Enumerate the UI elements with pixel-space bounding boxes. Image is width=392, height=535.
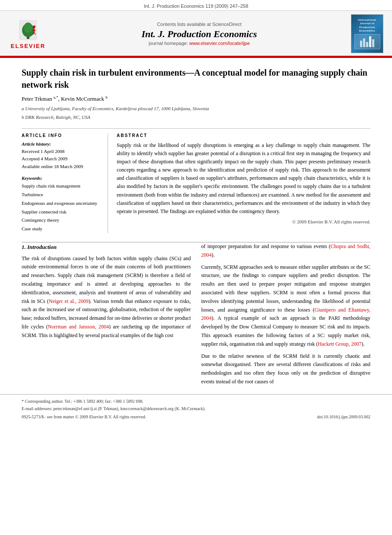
page: Int. J. Production Economics 119 (2009) …	[0, 0, 392, 535]
journal-header: ELSEVIER Contents lists available at Sci…	[0, 11, 392, 58]
keyword-5: Contingency theory	[22, 216, 101, 225]
body-left-column: 1. Introduction The risk of disruptions …	[22, 242, 191, 390]
body-right-column: of improper preparation for and response…	[201, 242, 371, 390]
article-content: Supply chain risk in turbulent environme…	[0, 58, 392, 242]
journal-title: Int. J. Production Economics	[52, 29, 347, 40]
journal-ref-text: Int. J. Production Economics 119 (2009) …	[144, 3, 249, 9]
abstract-text: Supply risk or the likelihood of supply …	[117, 141, 370, 216]
article-history-block: Article history: Received 1 April 2008 A…	[22, 141, 101, 171]
body-right-para-1: of improper preparation for and response…	[201, 242, 371, 260]
red-divider	[0, 56, 392, 57]
ref-chopra[interactable]: Chopra and Sodhi, 2004	[201, 243, 371, 258]
homepage-label: journal homepage:	[149, 41, 188, 46]
abstract-column: ABSTRACT Supply risk or the likelihood o…	[117, 133, 370, 234]
keyword-2: Turbulence	[22, 191, 101, 199]
body-right-para-2: Currently, SCRM approaches seek to measu…	[201, 263, 371, 349]
keywords-block: Keywords: Supply chain risk management T…	[22, 175, 101, 233]
body-right-para-3: Due to the relative newness of the SCRM …	[201, 352, 371, 386]
science-direct-line: Contents lists available at ScienceDirec…	[52, 22, 347, 27]
body-left-para-1: The risk of disruptions caused by both f…	[22, 255, 191, 340]
doi-text: doi:10.1016/j.ijpe.2009.03.002	[317, 414, 370, 419]
corresponding-note: * Corresponding author. Tel.: +386 1 589…	[22, 398, 370, 404]
available-date: Available online 18 March 2009	[22, 163, 101, 171]
copyright-line: © 2009 Elsevier B.V. All rights reserved…	[117, 219, 370, 224]
svg-point-3	[24, 22, 32, 33]
article-authors: Peter Trkman a,*, Kevin McCormack b	[22, 95, 370, 102]
received-date: Received 1 April 2008	[22, 148, 101, 156]
abstract-label: ABSTRACT	[117, 133, 370, 138]
journal-reference: Int. J. Production Economics 119 (2009) …	[0, 0, 392, 11]
svg-point-4	[33, 25, 35, 28]
elsevier-brand-text: ELSEVIER	[11, 43, 45, 49]
section-divider	[22, 128, 370, 129]
authors-text: Peter Trkman a,*, Kevin McCormack b	[22, 96, 108, 102]
ref-norrman[interactable]: Norrman and Jansson, 2004	[48, 324, 109, 330]
homepage-url[interactable]: www.elsevier.com/locate/ijpe	[189, 41, 250, 46]
keyword-6: Case study	[22, 225, 101, 233]
elsevier-logo: ELSEVIER	[9, 18, 48, 49]
accepted-date: Accepted 4 March 2009	[22, 155, 101, 163]
issn-text: 0925-5273/$– see front matter © 2009 Els…	[22, 414, 146, 419]
journal-header-center: Contents lists available at ScienceDirec…	[48, 22, 351, 46]
journal-title-text: Int. J. Production Economics	[141, 29, 257, 39]
article-info-column: ARTICLE INFO Article history: Received 1…	[22, 133, 108, 234]
ref-neiger[interactable]: Neiger et al., 2009	[49, 298, 89, 304]
contents-text: Contents lists available at ScienceDirec…	[157, 22, 242, 27]
keyword-4: Supplier connected risk	[22, 208, 101, 217]
journal-cover-thumbnail: International Journal ofProductionEconom…	[351, 14, 383, 53]
footer: * Corresponding author. Tel.: +386 1 589…	[0, 394, 392, 423]
affiliations: a University of Ljubljana, Faculty of Ec…	[22, 105, 370, 121]
article-title: Supply chain risk in turbulent environme…	[22, 67, 370, 91]
elsevier-tree-icon	[15, 18, 41, 42]
ref-giunipero[interactable]: Giunipero and Eltantawy, 2004	[201, 307, 371, 322]
ref-hackett[interactable]: Hackett Group, 2007	[318, 341, 362, 347]
article-info-label: ARTICLE INFO	[22, 133, 101, 138]
intro-heading: 1. Introduction	[22, 242, 191, 252]
keyword-3: Endogenous and exogenous uncertainty	[22, 199, 101, 208]
journal-homepage: journal homepage: www.elsevier.com/locat…	[52, 41, 347, 46]
body-columns: 1. Introduction The risk of disruptions …	[0, 242, 392, 390]
article-info-abstract: ARTICLE INFO Article history: Received 1…	[22, 133, 370, 234]
email-note: E-mail addresses: peter.trkman@ef.uni-lj…	[22, 405, 370, 412]
keyword-1: Supply chain risk management	[22, 182, 101, 191]
journal-cover-image: International Journal ofProductionEconom…	[351, 15, 383, 53]
affiliation-a: a University of Ljubljana, Faculty of Ec…	[22, 105, 370, 113]
keywords-label: Keywords:	[22, 175, 101, 181]
article-history-label: Article history:	[22, 141, 101, 146]
footer-bottom: 0925-5273/$– see front matter © 2009 Els…	[22, 414, 370, 419]
affiliation-b: b DRK Research, Raleigh, NC, USA	[22, 114, 370, 121]
